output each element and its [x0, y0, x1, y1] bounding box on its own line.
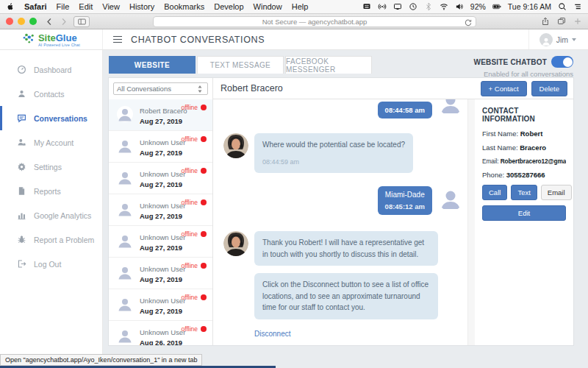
menu-edit[interactable]: Edit: [79, 2, 93, 11]
main-area: WEBSITE TEXT MESSAGE FACEBOOK MESSENGER …: [103, 50, 588, 368]
chatbot-toggle[interactable]: [551, 56, 573, 68]
reload-icon[interactable]: [464, 18, 473, 27]
share-icon[interactable]: [541, 17, 550, 26]
visitor-message: Miami-Dade 08:45:12 am: [223, 186, 463, 215]
status-badge: offline: [181, 104, 198, 111]
time-machine-icon[interactable]: [409, 2, 417, 11]
menu-file[interactable]: File: [57, 2, 70, 11]
select-stepper-icon: [196, 85, 204, 93]
battery-icon[interactable]: [492, 2, 501, 11]
tab-facebook-messenger[interactable]: FACEBOOK MESSENGER: [285, 56, 372, 74]
app-header: SiteGlue AI Powered Live Chat CHATBOT CO…: [0, 29, 588, 50]
offline-dot-icon: [201, 231, 207, 237]
spotlight-icon[interactable]: [558, 2, 567, 11]
conversation-row[interactable]: Unknown UserAug 27, 2019 offline: [109, 131, 212, 163]
contact-avatar-icon: [116, 232, 134, 252]
user-menu[interactable]: Jim: [528, 29, 588, 49]
new-tab-icon[interactable]: [573, 17, 582, 26]
airplay-audio-icon[interactable]: [378, 2, 387, 11]
menu-bookmarks[interactable]: Bookmarks: [164, 2, 204, 11]
sidebar-toggle-icon[interactable]: [74, 16, 90, 27]
call-button[interactable]: Call: [482, 185, 507, 200]
sidebar-item-my-account[interactable]: My Account: [0, 130, 102, 155]
menu-history[interactable]: History: [129, 2, 154, 11]
display-icon[interactable]: [393, 2, 402, 11]
sidebar-item-conversations[interactable]: Conversations: [0, 106, 102, 130]
sidebar-item-report-problem[interactable]: Report a Problem: [0, 227, 102, 252]
apple-icon[interactable]: [6, 2, 15, 11]
visitor-avatar-icon: [438, 99, 463, 116]
sidebar-item-google-analytics[interactable]: Google Analytics: [0, 203, 102, 227]
hamburger-menu-icon[interactable]: [113, 36, 122, 43]
agent-message: Where would the potential case be locate…: [223, 133, 463, 173]
sidebar-item-log-out[interactable]: Log Out: [0, 252, 102, 276]
tab-website[interactable]: WEBSITE: [109, 56, 196, 74]
minimize-window-button[interactable]: [18, 18, 25, 25]
status-badge: offline: [181, 230, 198, 238]
page-title: CHATBOT CONVERSATIONS: [131, 35, 265, 45]
conversation-row[interactable]: Unknown UserAug 26, 2019 offline: [109, 321, 212, 345]
offline-dot-icon: [201, 168, 207, 174]
contact-avatar-icon: [116, 327, 134, 345]
contacts-icon: [17, 89, 26, 99]
conversation-row[interactable]: Unknown UserAug 27, 2019 offline: [109, 289, 212, 321]
address-bar-text: Not Secure — agencychatbot.app: [262, 18, 368, 26]
sidebar-item-settings[interactable]: Settings: [0, 155, 102, 179]
delete-conversation-button[interactable]: Delete: [531, 81, 567, 96]
menubar-clock[interactable]: Tue 9:16 AM: [508, 2, 551, 11]
siteglue-logo[interactable]: SiteGlue AI Powered Live Chat: [0, 29, 103, 49]
browser-toolbar: Not Secure — agencychatbot.app: [0, 14, 588, 29]
sidebar-item-reports[interactable]: Reports: [0, 179, 102, 203]
status-badge: offline: [181, 199, 198, 206]
conversation-row[interactable]: Robert BraceroAug 27, 2019 offline: [109, 99, 212, 131]
remote-status-icon[interactable]: [362, 2, 371, 11]
menu-safari[interactable]: Safari: [24, 2, 47, 11]
volume-icon[interactable]: [455, 2, 464, 11]
bug-icon: [17, 235, 26, 244]
text-button[interactable]: Text: [511, 185, 537, 200]
chat-scrollbar[interactable]: [467, 99, 475, 345]
macos-menubar: Safari File Edit View History Bookmarks …: [0, 0, 588, 14]
forward-icon[interactable]: [60, 18, 68, 26]
sidebar-item-dashboard[interactable]: Dashboard: [0, 57, 102, 82]
menu-help[interactable]: Help: [292, 2, 309, 11]
sidebar-item-contacts[interactable]: Contacts: [0, 82, 102, 106]
contact-avatar-icon: [116, 105, 134, 126]
back-icon[interactable]: [46, 18, 54, 26]
bluetooth-icon[interactable]: [424, 2, 433, 11]
dashboard-icon: [17, 65, 26, 74]
chat-header: Robert Bracero + Contact Delete: [213, 78, 573, 99]
notification-center-icon[interactable]: [573, 2, 582, 11]
address-bar[interactable]: Not Secure — agencychatbot.app: [153, 16, 476, 27]
message-thread[interactable]: 08:44:58 am Where would the potential ca…: [213, 99, 467, 345]
logo-wordmark: SiteGlue: [38, 32, 77, 43]
conversation-row[interactable]: Unknown UserAug 27, 2019 offline: [109, 226, 212, 258]
conversations-panel: All Conversations Robert BraceroAug 27, …: [109, 78, 573, 345]
tab-text-message[interactable]: TEXT MESSAGE: [197, 56, 284, 74]
conversation-row[interactable]: Unknown UserAug 27, 2019 offline: [109, 258, 212, 289]
analytics-icon: [17, 210, 26, 220]
siteglue-logo-icon: [22, 32, 35, 48]
agent-avatar: [223, 133, 248, 158]
sidebar-nav: Dashboard Contacts Conversations My Acco…: [0, 50, 103, 368]
email-button[interactable]: Email: [541, 185, 572, 200]
disconnect-link[interactable]: Disconnect: [254, 330, 290, 338]
channel-tabs: WEBSITE TEXT MESSAGE FACEBOOK MESSENGER …: [109, 56, 573, 78]
logo-tagline: AI Powered Live Chat: [38, 43, 80, 48]
conversation-row[interactable]: Unknown UserAug 27, 2019 offline: [109, 163, 212, 194]
tab-overview-icon[interactable]: [557, 17, 566, 26]
zoom-window-button[interactable]: [29, 18, 37, 25]
conversation-filter-select[interactable]: All Conversations: [113, 82, 208, 95]
menu-view[interactable]: View: [102, 2, 120, 11]
contact-avatar-icon: [116, 169, 134, 189]
menu-develop[interactable]: Develop: [214, 2, 243, 11]
conversation-list: All Conversations Robert BraceroAug 27, …: [109, 78, 213, 345]
status-badge: offline: [181, 167, 198, 174]
add-contact-button[interactable]: + Contact: [481, 81, 527, 96]
contact-avatar-icon: [116, 200, 134, 221]
wifi-icon[interactable]: [440, 2, 448, 11]
edit-contact-button[interactable]: Edit: [482, 205, 566, 221]
menu-window[interactable]: Window: [254, 2, 282, 11]
conversation-row[interactable]: Unknown UserAug 27, 2019 offline: [109, 194, 212, 226]
close-window-button[interactable]: [6, 18, 13, 25]
